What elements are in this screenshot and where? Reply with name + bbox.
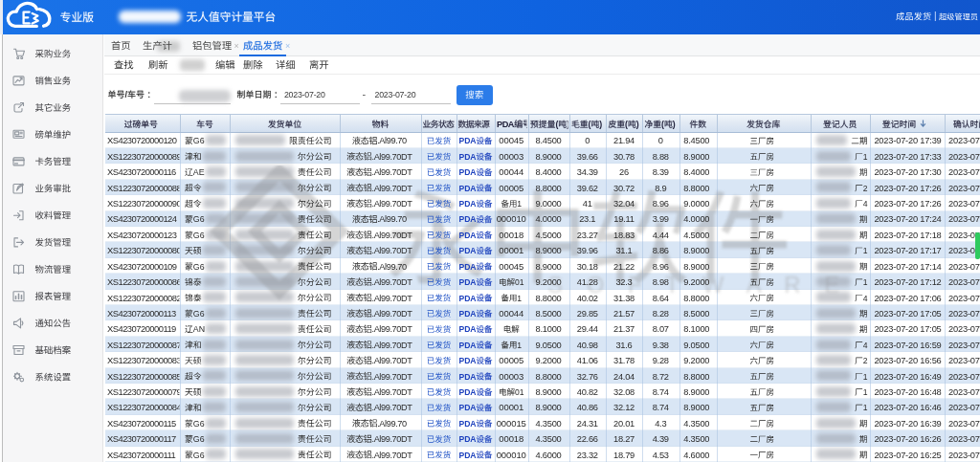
svg-text:PDA: PDA [497,120,515,129]
svg-text:8.9000: 8.9000 [536,403,562,412]
svg-text:G6: G6 [193,451,205,460]
svg-text:2023-07-20: 2023-07-20 [284,90,325,99]
svg-text:2023-07-20 16:59: 2023-07-20 16:59 [874,341,941,350]
svg-text:PDA: PDA [459,199,477,209]
svg-text:2023-07-20 16:39: 2023-07-20 16:39 [874,419,941,429]
svg-text:8.9000: 8.9000 [683,403,709,412]
svg-text:8.88: 8.88 [653,152,669,162]
svg-text:39.96: 39.96 [577,246,598,255]
svg-text:XS12230720000082: XS12230720000082 [107,293,181,303]
svg-text:00005: 00005 [499,183,523,193]
svg-text:9.0000: 9.0000 [536,199,562,209]
svg-text:G6: G6 [193,214,205,224]
svg-text:.Al99.70DT: .Al99.70DT [371,152,412,162]
svg-text:9.28: 9.28 [653,356,669,365]
svg-text:00003: 00003 [499,151,523,162]
svg-text:32.3: 32.3 [615,277,632,287]
svg-text:29.85: 29.85 [577,309,598,319]
svg-text:00005: 00005 [499,355,523,365]
svg-text:2023-07-2: 2023-07-2 [948,403,980,412]
svg-text:8.8000: 8.8000 [683,184,709,193]
svg-text:01: 01 [515,277,524,287]
svg-text:8.96: 8.96 [653,199,669,209]
svg-text:8.39: 8.39 [653,167,669,177]
svg-text:.Al99.70DT: .Al99.70DT [371,309,412,319]
svg-text:40.86: 40.86 [577,403,598,412]
svg-text:2023-07-2: 2023-07-2 [948,451,980,460]
svg-text:8.9000: 8.9000 [536,246,562,255]
svg-text:2023-07-2: 2023-07-2 [948,184,980,193]
svg-text:9.38: 9.38 [653,341,669,350]
svg-text:2023-07-2: 2023-07-2 [948,214,980,224]
svg-text:.Al99.70DT: .Al99.70DT [371,277,412,287]
svg-text:2023-07-2: 2023-07-2 [948,341,980,350]
svg-text:40.82: 40.82 [577,387,598,397]
svg-text:): ) [673,120,676,129]
svg-text:4.3500: 4.3500 [683,419,709,429]
svg-text:2023-07-20 17:26: 2023-07-20 17:26 [874,199,941,209]
svg-text:21.57: 21.57 [613,309,635,319]
svg-text:.Al99.70: .Al99.70 [377,419,407,429]
svg-text:8.9000: 8.9000 [536,152,562,162]
svg-text:.Al99.70DT: .Al99.70DT [371,324,412,334]
svg-text:PDA: PDA [459,136,477,145]
svg-text:4.6000: 4.6000 [683,451,709,460]
svg-text:29.44: 29.44 [577,324,598,334]
svg-text:2023-07-2: 2023-07-2 [948,262,980,272]
svg-text:32.12: 32.12 [613,403,635,412]
svg-text:32.08: 32.08 [613,387,635,397]
svg-text:G6: G6 [193,136,205,145]
svg-text:21.22: 21.22 [613,262,635,272]
svg-text:24.04: 24.04 [613,372,635,382]
svg-text:×: × [234,41,239,51]
svg-text:4.0000: 4.0000 [683,214,709,224]
svg-text:.Al99.70: .Al99.70 [377,262,407,272]
svg-text:00045: 00045 [499,135,523,145]
svg-text:XS12230720000080: XS12230720000080 [107,245,181,255]
svg-text:4.39: 4.39 [653,434,669,444]
svg-text:4.3500: 4.3500 [536,419,562,429]
svg-text:8.07: 8.07 [653,324,669,334]
svg-text:2023-07-2: 2023-07-2 [948,324,980,334]
svg-text:2023-07-2: 2023-07-2 [948,136,980,145]
svg-text:8.4500: 8.4500 [683,136,709,145]
svg-text:2: 2 [863,184,868,193]
svg-text:XS4230720000117: XS4230720000117 [107,433,176,444]
svg-text:32.76: 32.76 [577,372,598,382]
svg-text:19.11: 19.11 [613,214,634,224]
svg-text:.Al99.70DT: .Al99.70DT [371,403,412,412]
svg-text:22.66: 22.66 [577,434,598,444]
svg-text:39.66: 39.66 [577,152,598,162]
svg-text:000010: 000010 [497,450,526,460]
svg-text:00003: 00003 [499,371,523,382]
svg-text:): ) [636,120,639,129]
svg-text:2023-07-20 17:24: 2023-07-20 17:24 [874,214,941,224]
svg-text:9.2000: 9.2000 [536,277,562,287]
svg-text:XS4230720000109: XS4230720000109 [107,261,177,272]
svg-text:XS12230720000088: XS12230720000088 [107,183,181,193]
svg-text:(: ( [555,120,558,129]
svg-text:00001: 00001 [499,245,523,255]
svg-text:PDA: PDA [459,214,477,224]
svg-text:PDA: PDA [459,403,477,412]
svg-text:8.4000: 8.4000 [536,167,562,177]
svg-text:31.6: 31.6 [615,341,632,350]
svg-text:PDA: PDA [459,231,477,240]
svg-text:2023-07-20 17:05: 2023-07-20 17:05 [874,324,941,334]
svg-text:2023-07-20 17:39: 2023-07-20 17:39 [874,136,941,145]
svg-text:9.2000: 9.2000 [683,277,709,287]
svg-text:/: / [125,90,128,99]
svg-text:2023-07-20 17:17: 2023-07-20 17:17 [874,246,941,255]
svg-text:8.74: 8.74 [653,387,669,397]
svg-text:2023-07-20: 2023-07-20 [375,90,416,99]
svg-text:XS12230720000087: XS12230720000087 [107,340,181,350]
svg-text:PDA: PDA [459,262,477,272]
svg-text:2023-07-20 17:26: 2023-07-20 17:26 [874,184,941,193]
svg-text:9.0000: 9.0000 [683,199,709,209]
svg-text:40.02: 40.02 [577,294,598,303]
svg-text:.Al99.70DT: .Al99.70DT [371,356,412,365]
svg-text:PDA: PDA [459,167,477,177]
svg-text:PDA: PDA [459,356,477,365]
svg-text:4: 4 [863,294,868,303]
svg-text:31.38: 31.38 [613,294,635,303]
